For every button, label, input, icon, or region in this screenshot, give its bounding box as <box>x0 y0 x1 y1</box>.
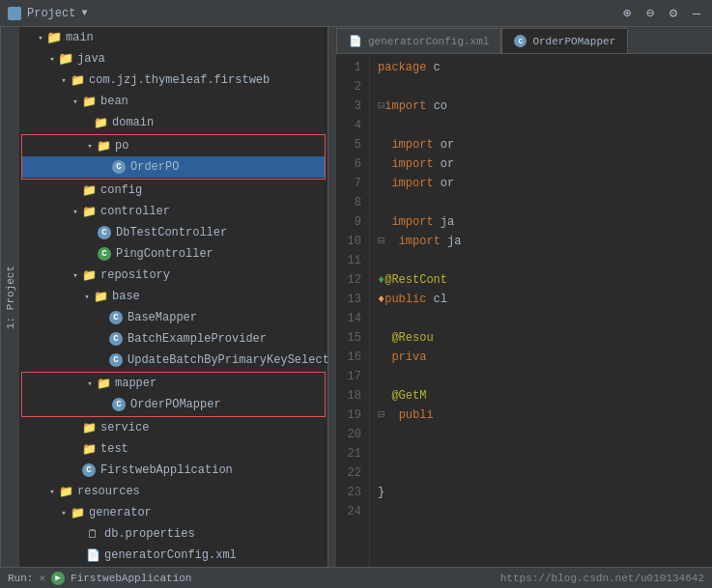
arrow-com <box>58 74 70 86</box>
tree-item-com[interactable]: 📁 com.jzj.thymeleaf.firstweb <box>19 70 328 91</box>
po-highlight-group: 📁 po C OrderPO <box>21 134 326 180</box>
code-line-8 <box>378 193 704 212</box>
run-close-btn[interactable]: ✕ <box>39 572 45 584</box>
arrow-mapper <box>84 378 96 389</box>
tree-item-service[interactable]: 📁 service <box>19 417 328 438</box>
arrow-java <box>46 53 58 65</box>
vertical-panel-label: 1: Project <box>0 27 19 567</box>
class-icon-orderpo: C <box>111 159 127 175</box>
tree-item-mapper[interactable]: 📁 mapper <box>22 373 325 394</box>
tree-item-updatebatch[interactable]: C UpdateBatchByPrimaryKeySelectiveMapper <box>19 350 328 371</box>
collapse-btn[interactable]: ⊖ <box>642 6 658 21</box>
tab-generatorconfig[interactable]: 📄 generatorConfig.xml <box>336 28 501 53</box>
code-line-11 <box>378 251 704 270</box>
code-line-21 <box>378 444 704 463</box>
main-content: 1: Project 📁 main 📁 java 📁 com.jzj.thyme… <box>0 27 712 567</box>
tree-item-java[interactable]: 📁 java <box>19 48 328 70</box>
project-tree-panel: 📁 main 📁 java 📁 com.jzj.thymeleaf.firstw… <box>19 27 328 567</box>
code-line-18: @GetM <box>378 386 704 406</box>
code-line-10: ⊟ import ja <box>378 232 704 251</box>
tree-item-dbtestcontroller[interactable]: C DbTestController <box>19 222 328 243</box>
tree-item-dbproperties[interactable]: 🗒 db.properties <box>19 523 328 545</box>
settings-btn[interactable]: ⚙ <box>666 6 681 21</box>
arrow-generatorconfig <box>73 549 85 561</box>
tree-item-po[interactable]: 📁 po <box>22 135 325 156</box>
tree-item-firstwebapp[interactable]: C FirstwebApplication <box>19 460 328 481</box>
folder-icon-com: 📁 <box>70 72 85 88</box>
code-line-16: priva <box>378 348 704 367</box>
folder-icon-java: 📁 <box>58 51 73 67</box>
arrow-domain <box>81 117 93 128</box>
status-right: https://blog.csdn.net/u010134642 <box>500 573 704 584</box>
folder-icon-mapper: 📁 <box>96 376 111 391</box>
code-line-12: ♦@RestCont <box>378 270 704 290</box>
arrow-firstwebapp <box>70 464 81 476</box>
folder-icon-resources: 📁 <box>58 484 73 499</box>
arrow-dbtestcontroller <box>85 227 97 238</box>
arrow-pingcontroller <box>85 248 97 260</box>
tree-item-config[interactable]: 📁 config <box>19 180 328 201</box>
title-bar: Project ▼ ⊕ ⊖ ⚙ — <box>0 0 712 27</box>
folder-icon-base: 📁 <box>93 289 108 304</box>
tab-orderpomapper-icon: C <box>514 35 527 47</box>
code-line-15: @Resou <box>378 328 704 348</box>
tree-item-orderpo[interactable]: C OrderPO <box>22 156 325 178</box>
tree-item-repository[interactable]: 📁 repository <box>19 265 328 286</box>
run-section: Run: ✕ ▶ FirstwebApplication <box>8 572 191 585</box>
code-tabs: 📄 generatorConfig.xml C OrderPOMapper <box>336 27 712 54</box>
tree-item-domain[interactable]: 📁 domain <box>19 112 328 133</box>
code-line-2 <box>378 77 704 97</box>
tree-item-generatorconfig[interactable]: 📄 generatorConfig.xml <box>19 545 328 566</box>
code-line-5: import or <box>378 135 704 154</box>
class-icon-pingcontroller: C <box>97 246 112 262</box>
arrow-service <box>70 422 81 434</box>
code-line-9: import ja <box>378 212 704 232</box>
tree-item-test[interactable]: 📁 test <box>19 438 328 460</box>
tree-item-batchexampleprovider[interactable]: C BatchExampleProvider <box>19 328 328 350</box>
tree-item-orderpomapper[interactable]: C OrderPOMapper <box>22 394 325 415</box>
folder-icon-bean: 📁 <box>81 94 97 109</box>
title-bar-right: ⊕ ⊖ ⚙ — <box>619 6 704 21</box>
code-editor[interactable]: package c ⊟import co import or import or… <box>370 54 712 567</box>
arrow-updatebatch <box>97 354 108 366</box>
file-icon-generatorconfig: 📄 <box>85 547 100 563</box>
status-bar: Run: ✕ ▶ FirstwebApplication https://blo… <box>0 567 712 588</box>
tree-item-bean[interactable]: 📁 bean <box>19 91 328 112</box>
arrow-orderpo <box>100 161 111 173</box>
folder-icon-service: 📁 <box>81 420 97 435</box>
arrow-bean <box>70 96 81 107</box>
tree-item-resources[interactable]: 📁 resources <box>19 481 328 502</box>
code-line-13: ♦public cl <box>378 290 704 309</box>
folder-icon-main: 📁 <box>46 30 62 45</box>
tab-generatorconfig-label: generatorConfig.xml <box>368 36 489 47</box>
folder-icon-generator: 📁 <box>70 505 85 520</box>
tree-item-main[interactable]: 📁 main <box>19 27 328 48</box>
code-line-14 <box>378 309 704 328</box>
tree-item-base[interactable]: 📁 base <box>19 286 328 307</box>
title-text: Project <box>27 7 75 20</box>
tree-item-basemapper[interactable]: C BaseMapper <box>19 307 328 328</box>
class-icon-firstwebapp: C <box>81 462 97 478</box>
folder-icon-controller: 📁 <box>81 204 97 219</box>
class-icon-updatebatch: C <box>108 352 124 368</box>
tree-item-generator[interactable]: 📁 generator <box>19 502 328 523</box>
tree-scrollbar[interactable] <box>328 27 336 567</box>
class-icon-dbtestcontroller: C <box>97 225 112 240</box>
folder-icon-repository: 📁 <box>81 267 97 283</box>
title-dropdown[interactable]: ▼ <box>81 8 87 18</box>
arrow-repository <box>70 269 81 281</box>
arrow-config <box>70 184 81 196</box>
tree-item-pingcontroller[interactable]: C PingController <box>19 243 328 265</box>
folder-icon-po: 📁 <box>96 138 111 154</box>
sync-btn[interactable]: ⊕ <box>619 6 635 21</box>
arrow-controller <box>70 206 81 217</box>
arrow-resources <box>46 486 58 497</box>
tab-generatorconfig-icon: 📄 <box>349 35 362 47</box>
arrow-po <box>84 140 96 152</box>
tab-orderpomapper[interactable]: C OrderPOMapper <box>501 28 628 53</box>
arrow-generator <box>58 507 70 518</box>
arrow-orderpomapper <box>100 399 111 410</box>
hide-btn[interactable]: — <box>689 6 704 21</box>
run-label: Run: <box>8 573 33 584</box>
tree-item-controller[interactable]: 📁 controller <box>19 201 328 222</box>
